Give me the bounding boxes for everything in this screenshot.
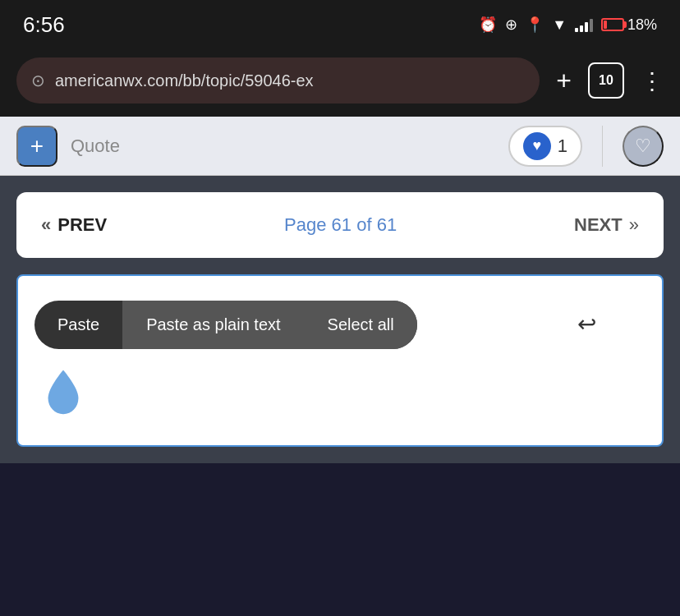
alarm-icon: ⏰	[479, 16, 497, 34]
context-menu-pill: Paste Paste as plain text Select all	[34, 301, 417, 349]
editor-content[interactable]	[18, 276, 662, 432]
reply-arrow-icon: ↩	[577, 310, 596, 338]
add-circle-icon: ⊕	[505, 16, 517, 34]
heart-outline-icon: ♡	[635, 136, 651, 157]
paste-button[interactable]: Paste	[34, 301, 123, 349]
prev-label: PREV	[57, 214, 107, 236]
pagination-section: « PREV Page 61 of 61 NEXT »	[0, 176, 680, 274]
plus-icon: +	[30, 133, 44, 159]
wifi-icon: ▼	[552, 16, 567, 34]
paste-plain-button[interactable]: Paste as plain text	[123, 301, 304, 349]
site-icon: ⊙	[31, 71, 45, 90]
heart-filled-icon: ♥	[523, 132, 551, 160]
add-tab-button[interactable]: +	[556, 66, 572, 96]
like-button[interactable]: ♥ 1	[508, 126, 582, 167]
plus-icon: +	[556, 66, 572, 96]
status-icons: ⏰ ⊕ 📍 ▼ 18%	[479, 16, 657, 34]
add-button[interactable]: +	[16, 126, 57, 167]
location-icon: 📍	[526, 16, 544, 34]
quote-label: Quote	[71, 136, 495, 157]
pagination-card: « PREV Page 61 of 61 NEXT »	[16, 192, 664, 258]
chevron-left-icon: «	[41, 214, 51, 236]
tabs-button[interactable]: 10	[588, 62, 624, 99]
more-icon: ⋮	[641, 67, 664, 94]
water-drop-icon	[43, 366, 84, 416]
next-label: NEXT	[574, 214, 623, 236]
context-menu: Paste Paste as plain text Select all	[34, 301, 417, 349]
next-button[interactable]: NEXT »	[574, 214, 639, 236]
select-all-button[interactable]: Select all	[305, 301, 417, 349]
tabs-count: 10	[599, 73, 613, 88]
signal-icon	[575, 17, 593, 32]
page-info: Page 61 of 61	[284, 214, 397, 236]
url-bar-container: ⊙ americanwx.com/bb/topic/59046-ex + 10 …	[0, 49, 680, 117]
heart-button[interactable]: ♡	[623, 126, 664, 167]
select-all-label: Select all	[328, 315, 394, 333]
status-time: 6:56	[23, 12, 65, 38]
editor-section: Paste Paste as plain text Select all ↩	[0, 274, 680, 463]
editor-container[interactable]: Paste Paste as plain text Select all ↩	[16, 274, 664, 447]
like-count: 1	[558, 136, 567, 157]
url-text: americanwx.com/bb/topic/59046-ex	[55, 71, 525, 90]
toolbar: + Quote ♥ 1 ♡	[0, 117, 680, 176]
prev-button[interactable]: « PREV	[41, 214, 107, 236]
battery-icon: 18%	[601, 16, 657, 34]
battery-percent: 18%	[627, 16, 657, 34]
more-options-button[interactable]: ⋮	[641, 67, 664, 94]
toolbar-divider	[602, 126, 603, 167]
url-bar[interactable]: ⊙ americanwx.com/bb/topic/59046-ex	[16, 57, 540, 103]
paste-label: Paste	[57, 315, 99, 333]
paste-plain-label: Paste as plain text	[146, 315, 280, 333]
status-bar: 6:56 ⏰ ⊕ 📍 ▼ 18%	[0, 0, 680, 49]
chevron-right-icon: »	[629, 214, 639, 236]
